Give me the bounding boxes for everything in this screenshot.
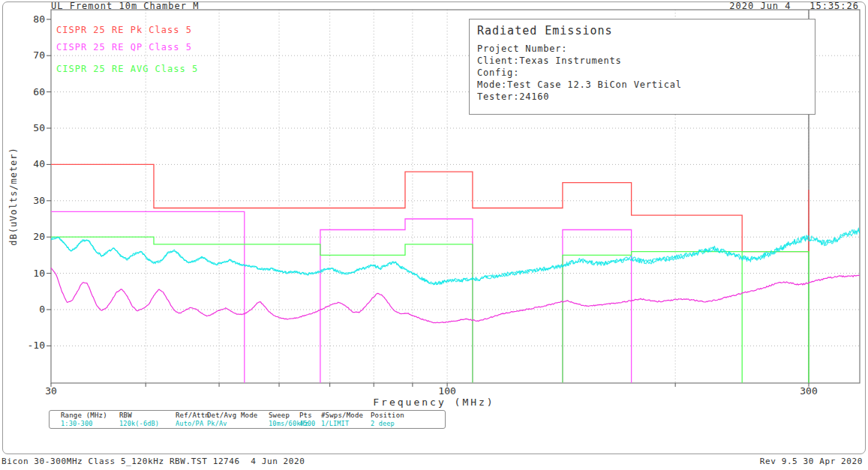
settings-header-cell: Position [371,412,404,419]
info-line-client: Client:Texas Instruments [477,55,622,66]
y-tick-label: 60 [11,86,45,97]
settings-header-cell: Det/Avg Mode [207,412,257,419]
y-tick-label: 30 [11,195,45,206]
legend-item-qp: CISPR 25 RE QP Class 5 [56,42,192,52]
settings-value-cell[interactable]: Auto/PA [176,420,203,427]
y-tick-label: 10 [11,268,45,279]
x-tick-label: 300 [786,385,831,397]
info-line-tester: Tester:24160 [477,91,549,102]
y-tick-label: 80 [11,13,45,25]
settings-header-cell: Ref/Attn [176,412,209,419]
settings-header-cell: RBW [119,412,132,419]
trace [51,268,860,322]
info-line-config: Config: [477,67,519,78]
settings-table: Range (MHz)RBWRef/AttnDet/Avg ModeSweepP… [49,410,446,429]
test-info-box: Radiated Emissions Project Number: Clien… [469,19,815,115]
y-tick-label: 0 [11,304,45,315]
settings-header-cell: Sweep [269,412,290,419]
settings-value-cell[interactable]: 1:30-300 [61,420,93,427]
trace [51,229,860,285]
legend-item-avg: CISPR 25 RE AVG Class 5 [56,64,198,74]
info-box-title: Radiated Emissions [477,24,613,37]
settings-header-cell: Pts [299,412,312,419]
x-tick-label: 100 [425,385,470,397]
datetime: 2020 Jun 4 15:35:26 [729,1,859,11]
y-tick-label: 40 [11,158,45,169]
footer-test-file: Bicon 30-300MHz Class 5_120kHz RBW.TST 1… [2,457,305,466]
settings-header-cell: Range (MHz) [61,412,107,419]
y-tick-label: 20 [11,231,45,242]
settings-header-cell: #Swps/Mode [321,412,363,419]
footer-revision: Rev 9.5 30 Apr 2020 [760,457,863,466]
y-tick-label: -10 [11,340,45,351]
info-line-project: Project Number: [477,43,567,54]
legend-item-pk: CISPR 25 RE Pk Class 5 [56,25,192,35]
settings-value-cell[interactable]: 4500 [299,420,315,427]
x-tick-label: 30 [29,385,74,397]
settings-value-cell[interactable]: 2 deep [371,420,395,427]
trace [51,228,860,285]
info-line-mode: Mode:Test Case 12.3 BiCon Vertical [477,79,682,90]
y-tick-label: 70 [11,49,45,61]
x-axis-label: Frequency (MHz) [0,397,868,408]
settings-value-cell[interactable]: 1/LIMIT [321,420,349,427]
settings-value-cell[interactable]: Pk/Av [207,420,227,427]
settings-value-cell[interactable]: 120k(-6dB) [119,420,159,427]
y-tick-label: 50 [11,122,45,133]
page-title: UL Fremont 10m Chamber M [51,1,199,11]
